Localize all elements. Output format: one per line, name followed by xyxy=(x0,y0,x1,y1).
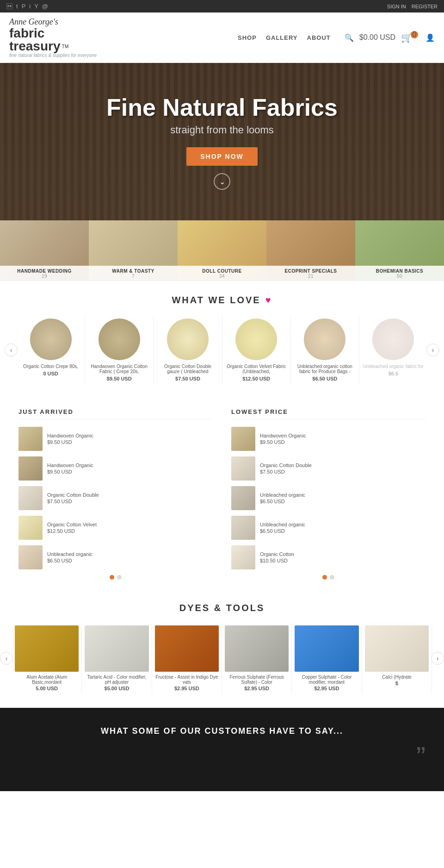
register-link[interactable]: REGISTER xyxy=(412,4,438,9)
mini-product-0[interactable]: Handwoven Organic $9.50 USD xyxy=(231,427,426,451)
scroll-down-button[interactable]: ⌄ xyxy=(214,173,230,190)
just-arrived-section: JUST ARRIVED Handwoven Organic $9.50 USD… xyxy=(18,408,213,580)
slider-next-button[interactable]: › xyxy=(426,343,439,356)
category-label: ECOPRINT SPECIALS 21 xyxy=(266,266,355,281)
about-link[interactable]: ABOUT xyxy=(307,34,331,41)
dye-card-1[interactable]: Tartaric Acid - Color modifier, pH adjus… xyxy=(82,623,152,694)
product-price: $6.50 USD xyxy=(295,376,355,381)
dye-name: Fructose - Assist in Indigo Dye vats xyxy=(155,674,219,685)
mini-info: Organic Cotton $10.50 USD xyxy=(260,551,426,563)
category-label: DOLL COUTURE 34 xyxy=(178,266,266,281)
mini-product-2[interactable]: Organic Cotton Double $7.50 USD xyxy=(18,486,213,510)
product-price: $6.5 xyxy=(363,371,424,376)
dye-price: 5.00 USD xyxy=(15,686,79,691)
dyes-title: DYES & TOOLS xyxy=(5,603,439,613)
dye-name: Calci (Hydrate xyxy=(365,674,429,680)
mini-name: Organic Cotton Velvet xyxy=(47,522,213,527)
mini-info: Organic Cotton Double $7.50 USD xyxy=(47,492,213,504)
gallery-link[interactable]: GALLERY xyxy=(266,34,298,41)
shop-now-button[interactable]: SHOP NOW xyxy=(186,147,258,166)
twitter-icon[interactable]: t xyxy=(16,3,18,10)
mini-info: Unbleached organic $6.50 USD xyxy=(47,551,213,563)
dot-2[interactable] xyxy=(117,575,122,580)
category-warm-toasty[interactable]: WARM & TOASTY 7 xyxy=(89,220,178,281)
mini-price: $6.50 USD xyxy=(260,499,426,504)
category-doll-couture[interactable]: DOLL COUTURE 34 xyxy=(178,220,266,281)
mini-info: Unbleached organic $6.50 USD xyxy=(260,492,426,504)
dye-price: $ xyxy=(365,681,429,686)
mini-name: Handwoven Organic xyxy=(47,433,213,438)
dyes-tools-section: DYES & TOOLS ‹ Alum Acetate (Alum Basic,… xyxy=(0,589,444,699)
instagram-icon[interactable]: i xyxy=(29,3,31,10)
two-col-products: JUST ARRIVED Handwoven Organic $9.50 USD… xyxy=(0,399,444,589)
product-price: $9.50 USD xyxy=(89,376,149,381)
quote-mark: ” xyxy=(9,741,435,773)
pinterest-icon[interactable]: P xyxy=(22,3,26,10)
product-price: $12.50 USD xyxy=(226,376,287,381)
slider-prev-button[interactable]: ‹ xyxy=(5,343,18,356)
category-label: HANDMADE WEDDING 19 xyxy=(0,266,89,281)
products-slider: Organic Cotton Crepe 80s, 0 USD Handwove… xyxy=(17,315,427,385)
product-name: Organic Cotton Double gauze ( Unbleached xyxy=(157,364,218,374)
mini-thumb xyxy=(231,427,255,451)
mini-price: $7.50 USD xyxy=(47,499,213,504)
mini-price: $9.50 USD xyxy=(260,439,426,445)
email-icon[interactable]: @ xyxy=(42,3,48,10)
facebook-icon[interactable]:  xyxy=(6,3,12,10)
mini-product-3[interactable]: Unbleached organic $6.50 USD xyxy=(231,516,426,540)
pagination-dots xyxy=(231,575,426,580)
mini-thumb xyxy=(18,456,43,481)
dot-2[interactable] xyxy=(330,575,334,580)
dye-card-5[interactable]: Calci (Hydrate $ xyxy=(362,623,432,694)
dye-card-3[interactable]: Ferrous Sulphate (Ferrous Sulfate) - Col… xyxy=(222,623,292,694)
dyes-slider-prev[interactable]: ‹ xyxy=(0,652,13,665)
header-icons: 🔍 $0.00 USD 🛒0 👤 xyxy=(345,32,435,43)
product-card-2[interactable]: Organic Cotton Double gauze ( Unbleached… xyxy=(154,315,222,385)
dye-name: Ferrous Sulphate (Ferrous Sulfate) - Col… xyxy=(225,674,289,685)
dot-1[interactable] xyxy=(110,575,114,580)
product-card-1[interactable]: Handwoven Organic Cotton Fabric ( Crepe … xyxy=(85,315,154,385)
youtube-icon[interactable]: Y xyxy=(34,3,38,10)
testimonials-title: WHAT SOME OF OUR CUSTOMERS HAVE TO SAY..… xyxy=(9,726,435,736)
product-card-3[interactable]: Organic Cotton Velvet Fabric (Unbleached… xyxy=(222,315,291,385)
category-ecoprint[interactable]: ECOPRINT SPECIALS 21 xyxy=(266,220,355,281)
mini-product-4[interactable]: Organic Cotton $10.50 USD xyxy=(231,545,426,569)
mini-product-2[interactable]: Unbleached organic $6.50 USD xyxy=(231,486,426,510)
mini-product-3[interactable]: Organic Cotton Velvet $12.50 USD xyxy=(18,516,213,540)
heart-icon: ♥ xyxy=(265,295,272,306)
sign-in-link[interactable]: SIGN IN xyxy=(387,4,406,9)
shop-link[interactable]: SHOP xyxy=(238,34,257,41)
mini-product-4[interactable]: Unbleached organic $6.50 USD xyxy=(18,545,213,569)
dye-card-2[interactable]: Fructose - Assist in Indigo Dye vats $2.… xyxy=(152,623,222,694)
product-price: $7.50 USD xyxy=(157,376,218,381)
logo-tagline: fine natural fabrics & supplies for ever… xyxy=(9,53,97,58)
hero-background xyxy=(0,63,444,220)
category-bohemian[interactable]: BOHEMIAN BASICS 50 xyxy=(355,220,444,281)
mini-product-1[interactable]: Handwoven Organic $9.50 USD xyxy=(18,456,213,481)
dot-1[interactable] xyxy=(322,575,327,580)
mini-name: Organic Cotton Double xyxy=(260,462,426,468)
account-icon[interactable]: 👤 xyxy=(426,33,435,42)
mini-price: $6.50 USD xyxy=(260,528,426,534)
mini-info: Handwoven Organic $9.50 USD xyxy=(47,462,213,475)
logo[interactable]: Anne George's fabrictreasury TM fine nat… xyxy=(9,17,97,58)
product-card-4[interactable]: Unbleached organic cotton fabric for Pro… xyxy=(291,315,359,385)
lowest-price-section: LOWEST PRICE Handwoven Organic $9.50 USD… xyxy=(231,408,426,580)
dye-card-4[interactable]: Copper Sulphate - Color modifier, mordan… xyxy=(292,623,362,694)
cart-amount: $0.00 USD xyxy=(359,33,395,41)
pagination-dots xyxy=(18,575,213,580)
product-card-5[interactable]: Unbleached organic fabric for $6.5 xyxy=(359,315,427,385)
dye-price: $2.95 USD xyxy=(295,686,358,691)
category-handmade-wedding[interactable]: HANDMADE WEDDING 19 xyxy=(0,220,89,281)
product-card-0[interactable]: Organic Cotton Crepe 80s, 0 USD xyxy=(17,315,85,385)
search-icon[interactable]: 🔍 xyxy=(345,33,354,42)
mini-product-0[interactable]: Handwoven Organic $9.50 USD xyxy=(18,427,213,451)
product-name: Unbleached organic fabric for xyxy=(363,364,424,369)
mini-name: Handwoven Organic xyxy=(260,433,426,438)
dyes-slider-next[interactable]: › xyxy=(431,652,444,665)
cart-icon[interactable]: 🛒0 xyxy=(401,32,420,43)
dye-price: $2.95 USD xyxy=(225,686,289,691)
mini-product-1[interactable]: Organic Cotton Double $7.50 USD xyxy=(231,456,426,481)
dye-card-0[interactable]: Alum Acetate (Alum Basic,mordant 5.00 US… xyxy=(12,623,82,694)
product-price: 0 USD xyxy=(20,371,81,376)
